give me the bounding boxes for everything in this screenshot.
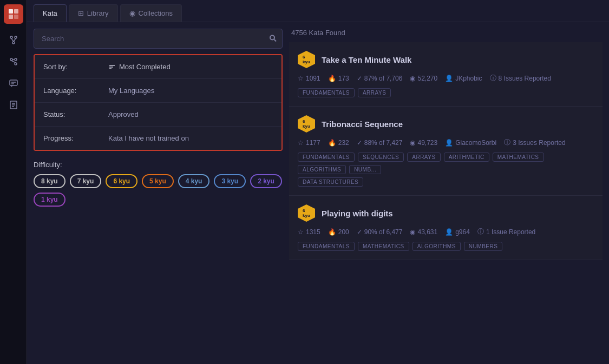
stars-3: ☆ 1315 xyxy=(298,228,320,236)
svg-line-7 xyxy=(11,38,14,42)
info-icon-3: ⓘ xyxy=(477,227,484,236)
kata-tab-label: Kata xyxy=(43,9,57,17)
svg-rect-1 xyxy=(14,9,18,14)
svg-point-9 xyxy=(10,58,12,61)
doc-nav-icon[interactable] xyxy=(4,95,23,115)
info-icon-2: ⓘ xyxy=(504,138,510,147)
kata-title-1: Take a Ten Minute Walk xyxy=(322,55,411,64)
kyu-badge-3: 6kyu xyxy=(298,204,315,222)
difficulty-score-1: 🔥 173 xyxy=(328,75,349,82)
svg-point-11 xyxy=(15,58,17,61)
kyu-hex-1: 6kyu xyxy=(298,51,315,68)
eye-icon-2: ◉ xyxy=(410,139,415,147)
svg-rect-2 xyxy=(9,15,13,19)
tag-fundamentals-2[interactable]: FUNDAMENTALS xyxy=(298,153,355,162)
kata-tags-3: FUNDAMENTALS MATHEMATICS ALGORITHMS NUMB… xyxy=(298,242,594,251)
tag-arithmetic-2[interactable]: ARITHMETIC xyxy=(444,153,489,162)
svg-point-5 xyxy=(15,36,17,38)
status-label: Status: xyxy=(43,110,108,118)
progress-value[interactable]: Kata I have not trained on xyxy=(108,134,189,142)
tag-fundamentals-1[interactable]: FUNDAMENTALS xyxy=(298,88,355,97)
kata-meta-1: ☆ 1091 🔥 173 ✓ 87% of 7,706 ◉ 52,270 xyxy=(298,74,594,83)
tag-algorithms-2[interactable]: ALGORITHMS xyxy=(298,165,346,174)
difficulty-1kyu[interactable]: 1 kyu xyxy=(34,193,66,207)
tab-kata[interactable]: Kata xyxy=(34,4,67,22)
svg-rect-0 xyxy=(9,9,13,14)
svg-rect-14 xyxy=(10,80,17,85)
results-count: 4756 Kata Found xyxy=(289,29,603,37)
logo-button[interactable] xyxy=(4,4,23,24)
sort-filter-row: Sort by: Most Completed xyxy=(35,55,281,79)
kyu-badge-1: 6kyu xyxy=(298,51,315,68)
git-nav-icon[interactable] xyxy=(4,52,23,71)
difficulty-section: Difficulty: 8 kyu 7 kyu 6 kyu 5 kyu 4 ky… xyxy=(34,156,283,211)
tag-mathematics-3[interactable]: MATHEMATICS xyxy=(358,242,409,251)
collections-icon: ◉ xyxy=(129,9,135,17)
tag-arrays-1[interactable]: ARRAYS xyxy=(358,88,391,97)
difficulty-score-2: 🔥 232 xyxy=(328,139,349,147)
difficulty-8kyu[interactable]: 8 kyu xyxy=(34,174,66,188)
status-value[interactable]: Approved xyxy=(108,110,139,118)
check-icon-2: ✓ xyxy=(357,139,362,147)
collections-tab-label: Collections xyxy=(139,9,173,17)
tag-numbers-3[interactable]: NUMBERS xyxy=(464,242,503,251)
chat-nav-icon[interactable] xyxy=(4,74,23,93)
views-2: ◉ 49,723 xyxy=(410,139,437,147)
svg-point-21 xyxy=(270,35,274,39)
svg-point-6 xyxy=(12,42,15,44)
issues-3: ⓘ 1 Issue Reported xyxy=(477,227,535,236)
views-1: ◉ 52,270 xyxy=(410,75,437,82)
star-icon-2: ☆ xyxy=(298,139,304,147)
author-1: 👤 JKphobic xyxy=(445,75,482,82)
sort-value-display[interactable]: Most Completed xyxy=(108,63,171,71)
user-icon-1: 👤 xyxy=(445,75,453,82)
difficulty-5kyu[interactable]: 5 kyu xyxy=(142,174,174,188)
search-button[interactable] xyxy=(269,34,277,43)
svg-point-4 xyxy=(10,36,12,38)
library-icon: ⊞ xyxy=(78,9,84,17)
stars-1: ☆ 1091 xyxy=(298,75,320,82)
difficulty-6kyu[interactable]: 6 kyu xyxy=(106,174,137,188)
tab-library[interactable]: ⊞ Library xyxy=(69,4,118,22)
search-input[interactable] xyxy=(34,29,282,48)
kata-card-3[interactable]: 6kyu Playing with digits ☆ 1315 🔥 200 xyxy=(289,196,603,260)
difficulty-2kyu[interactable]: 2 kyu xyxy=(250,174,282,188)
fork-nav-icon[interactable] xyxy=(4,30,23,50)
tag-arrays-2[interactable]: ARRAYS xyxy=(407,153,440,162)
user-icon-3: 👤 xyxy=(445,228,453,236)
difficulty-3kyu[interactable]: 3 kyu xyxy=(214,174,246,188)
difficulty-badges: 8 kyu 7 kyu 6 kyu 5 kyu 4 kyu 3 kyu 2 ky… xyxy=(34,174,283,207)
kata-tags-2: FUNDAMENTALS SEQUENCES ARRAYS ARITHMETIC… xyxy=(298,153,594,174)
completion-1: ✓ 87% of 7,706 xyxy=(357,75,403,82)
difficulty-4kyu[interactable]: 4 kyu xyxy=(178,174,210,188)
sort-value: Most Completed xyxy=(119,63,171,71)
tag-sequences-2[interactable]: SEQUENCES xyxy=(358,153,404,162)
tag-algorithms-3[interactable]: ALGORITHMS xyxy=(412,242,461,251)
issues-2: ⓘ 3 Issues Reported xyxy=(504,138,565,147)
completion-2: ✓ 88% of 7,427 xyxy=(357,139,403,147)
tab-bar: Kata ⊞ Library ◉ Collections xyxy=(27,0,609,22)
issues-1: ⓘ 8 Issues Reported xyxy=(490,74,551,83)
svg-line-22 xyxy=(274,39,277,42)
progress-filter-row: Progress: Kata I have not trained on xyxy=(35,127,281,150)
svg-point-10 xyxy=(15,63,17,65)
main-content: Kata ⊞ Library ◉ Collections xyxy=(27,0,609,364)
kata-title-2: Tribonacci Sequence xyxy=(322,120,403,129)
kata-card-2[interactable]: 6kyu Tribonacci Sequence ☆ 1177 🔥 232 xyxy=(289,107,603,196)
difficulty-7kyu[interactable]: 7 kyu xyxy=(70,174,102,188)
tag-mathematics-2[interactable]: MATHEMATICS xyxy=(493,153,544,162)
kata-card-1[interactable]: 6kyu Take a Ten Minute Walk ☆ 1091 🔥 173 xyxy=(289,42,603,107)
kyu-hex-2: 6kyu xyxy=(298,115,315,133)
check-icon-1: ✓ xyxy=(357,75,362,82)
sidebar xyxy=(0,0,27,364)
tag-numb-2[interactable]: NUMB... xyxy=(349,165,381,174)
tag-fundamentals-3[interactable]: FUNDAMENTALS xyxy=(298,242,355,251)
tag-datastructs-2[interactable]: DATA STRUCTURES xyxy=(298,177,363,187)
flame-icon-3: 🔥 xyxy=(328,228,336,236)
kata-meta-2: ☆ 1177 🔥 232 ✓ 88% of 7,427 ◉ 49,723 xyxy=(298,138,594,147)
difficulty-score-3: 🔥 200 xyxy=(328,228,349,236)
tab-collections[interactable]: ◉ Collections xyxy=(120,4,182,22)
eye-icon-3: ◉ xyxy=(410,228,415,236)
language-value[interactable]: My Languages xyxy=(108,87,154,95)
language-filter-row: Language: My Languages xyxy=(35,79,281,103)
